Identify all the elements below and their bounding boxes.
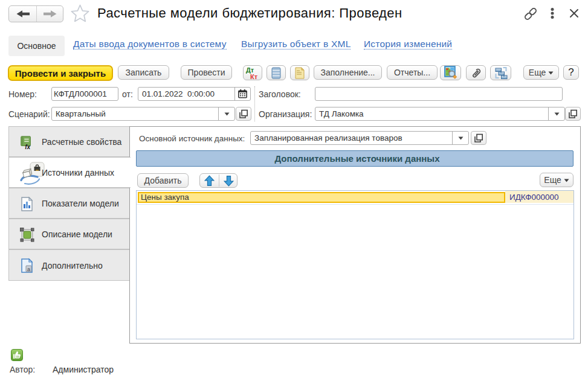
- svg-text:Кт: Кт: [250, 73, 258, 80]
- svg-text:fx: fx: [25, 144, 30, 150]
- svg-text:a: a: [27, 266, 30, 272]
